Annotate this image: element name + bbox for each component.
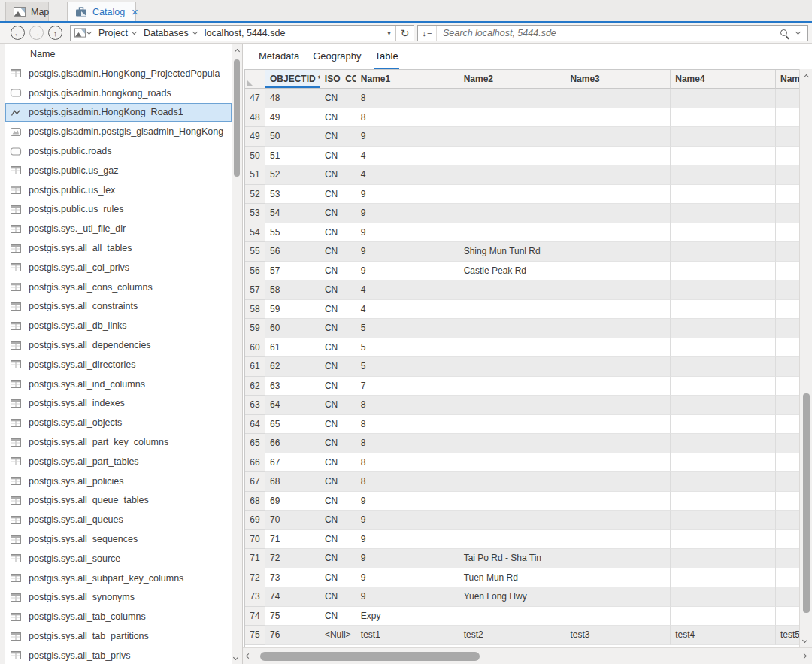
- name5-cell[interactable]: [776, 262, 799, 281]
- name2-cell[interactable]: Castle Peak Rd: [459, 262, 566, 281]
- name5-cell[interactable]: [776, 127, 799, 147]
- back-button[interactable]: ←: [11, 26, 25, 40]
- objectid-cell[interactable]: 62: [265, 357, 320, 377]
- objectid-cell[interactable]: 73: [265, 568, 320, 588]
- iso-cc-cell[interactable]: CN: [320, 453, 356, 473]
- list-item[interactable]: postgis.sys.all_part_tables: [5, 452, 232, 471]
- row-number-cell[interactable]: 47: [245, 89, 265, 108]
- objectid-cell[interactable]: 52: [265, 165, 320, 185]
- list-item[interactable]: postgis.sys.all_synonyms: [5, 588, 232, 608]
- list-item[interactable]: postgis.gisadmin.hongkong_roads: [5, 83, 232, 103]
- objectid-cell[interactable]: 48: [265, 89, 320, 108]
- name1-cell[interactable]: 9: [356, 185, 459, 205]
- name3-cell[interactable]: [565, 204, 671, 223]
- iso-cc-cell[interactable]: CN: [320, 223, 356, 243]
- name4-cell[interactable]: [671, 185, 776, 205]
- table-row[interactable]: 50 51 CN 4: [245, 147, 799, 166]
- objectid-cell[interactable]: 71: [265, 530, 320, 550]
- iso-cc-cell[interactable]: CN: [320, 204, 356, 223]
- iso-cc-cell[interactable]: CN: [320, 262, 356, 281]
- iso-cc-cell[interactable]: CN: [320, 147, 356, 166]
- list-item[interactable]: postgis.public.us_lex: [5, 180, 232, 200]
- name3-cell[interactable]: [565, 530, 671, 550]
- list-item[interactable]: postgis.gisadmin.postgis_gisadmin_HongKo…: [5, 122, 232, 141]
- objectid-cell[interactable]: 60: [265, 319, 320, 338]
- name5-cell[interactable]: [776, 319, 799, 338]
- forward-button[interactable]: →: [29, 26, 44, 40]
- table-row[interactable]: 47 48 CN 8: [245, 89, 799, 108]
- name3-cell[interactable]: [565, 89, 671, 108]
- name4-cell[interactable]: [671, 127, 776, 147]
- row-number-cell[interactable]: 58: [245, 300, 265, 320]
- name2-cell[interactable]: [459, 89, 566, 108]
- name4-cell[interactable]: [671, 89, 776, 108]
- name4-cell[interactable]: [671, 434, 776, 453]
- name3-cell[interactable]: [565, 185, 671, 205]
- table-row[interactable]: 49 50 CN 9: [245, 127, 799, 147]
- table-row[interactable]: 48 49 CN 8: [245, 108, 799, 128]
- row-number-cell[interactable]: 61: [245, 357, 265, 377]
- name2-cell[interactable]: Shing Mun Tunl Rd: [459, 242, 566, 262]
- list-item[interactable]: postgis.sys.all_cons_columns: [5, 277, 232, 297]
- name3-cell[interactable]: [565, 319, 671, 338]
- objectid-cell[interactable]: 54: [265, 204, 320, 223]
- search-input[interactable]: [437, 28, 780, 38]
- objectid-cell[interactable]: 55: [265, 223, 320, 243]
- row-number-cell[interactable]: 60: [245, 338, 265, 358]
- table-row[interactable]: 70 71 CN 9: [245, 530, 799, 550]
- row-number-cell[interactable]: 65: [245, 434, 265, 453]
- name3-cell[interactable]: [565, 147, 671, 166]
- name2-cell[interactable]: test2: [459, 626, 566, 645]
- table-horizontal-scrollbar[interactable]: [243, 647, 812, 664]
- name3-cell[interactable]: [565, 377, 671, 396]
- name5-cell[interactable]: [776, 607, 799, 626]
- iso-cc-cell[interactable]: CN: [320, 472, 356, 492]
- tab-geography[interactable]: Geography: [312, 44, 362, 69]
- name1-cell[interactable]: 8: [356, 472, 459, 492]
- name3-cell[interactable]: [565, 165, 671, 185]
- name4-cell[interactable]: [671, 338, 776, 358]
- name5-cell[interactable]: [776, 492, 799, 511]
- name2-cell[interactable]: [459, 300, 566, 320]
- name1-cell[interactable]: 8: [356, 415, 459, 435]
- column-header-objectid[interactable]: OBJECTID *: [265, 70, 320, 89]
- objectid-cell[interactable]: 57: [265, 262, 320, 281]
- name4-cell[interactable]: [671, 415, 776, 435]
- name2-cell[interactable]: [459, 453, 566, 473]
- table-row[interactable]: 72 73 CN 9 Tuen Mun Rd: [245, 568, 799, 588]
- table-hscrollbar-thumb[interactable]: [260, 652, 480, 661]
- name-column-header[interactable]: Name: [5, 44, 232, 64]
- name5-cell[interactable]: [776, 511, 799, 530]
- tab-catalog[interactable]: Catalog ×: [67, 2, 136, 21]
- scroll-right-icon[interactable]: [800, 651, 810, 662]
- name1-cell[interactable]: 4: [356, 147, 459, 166]
- name5-cell[interactable]: test5: [776, 626, 799, 645]
- name4-cell[interactable]: [671, 549, 776, 568]
- iso-cc-cell[interactable]: CN: [320, 108, 356, 128]
- table-row[interactable]: 54 55 CN 9: [245, 223, 799, 243]
- name2-cell[interactable]: [459, 223, 566, 243]
- name4-cell[interactable]: [671, 530, 776, 550]
- close-icon[interactable]: ×: [132, 6, 138, 17]
- search-options-chevron-icon[interactable]: [795, 29, 801, 35]
- name5-cell[interactable]: [776, 89, 799, 108]
- name1-cell[interactable]: 9: [356, 127, 459, 147]
- name5-cell[interactable]: [776, 453, 799, 473]
- name5-cell[interactable]: [776, 530, 799, 550]
- row-number-cell[interactable]: 74: [245, 607, 265, 626]
- list-item[interactable]: postgis.gisadmin.HongKong_ProjectedPopul…: [5, 64, 232, 83]
- tab-metadata[interactable]: Metadata: [258, 44, 300, 69]
- row-number-cell[interactable]: 53: [245, 204, 265, 223]
- row-number-cell[interactable]: 70: [245, 530, 265, 550]
- name5-cell[interactable]: [776, 204, 799, 223]
- name4-cell[interactable]: [671, 511, 776, 530]
- list-item[interactable]: postgis.gisadmin.HongKong_Roads1: [5, 103, 232, 123]
- table-row[interactable]: 52 53 CN 9: [245, 185, 799, 205]
- objectid-cell[interactable]: 75: [265, 607, 320, 626]
- column-header-name4[interactable]: Name4: [671, 70, 776, 89]
- objectid-cell[interactable]: 69: [265, 492, 320, 511]
- list-item[interactable]: postgis.sys.all_policies: [5, 471, 232, 491]
- name4-cell[interactable]: [671, 165, 776, 185]
- row-number-cell[interactable]: 62: [245, 377, 265, 396]
- table-row[interactable]: 61 62 CN 5: [245, 357, 799, 377]
